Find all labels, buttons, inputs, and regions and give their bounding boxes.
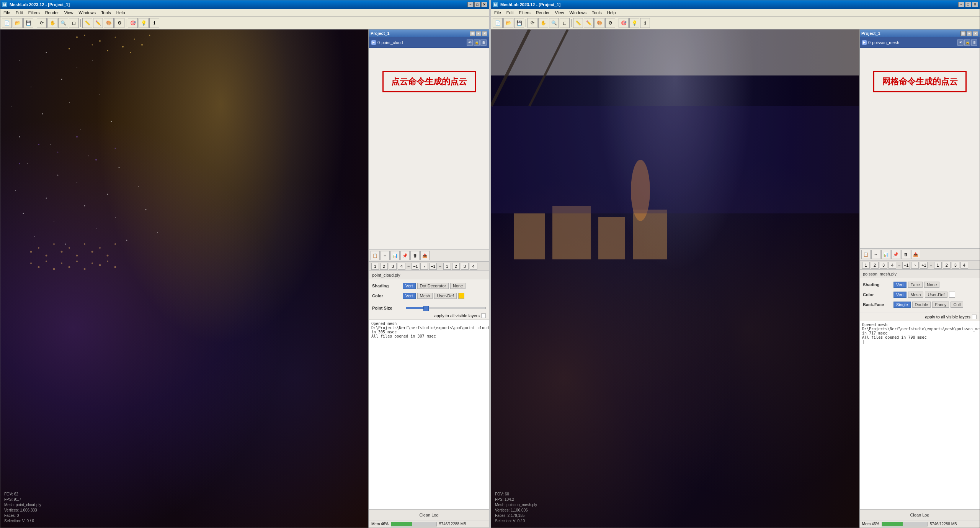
- color-vert-left[interactable]: Vert: [403, 293, 416, 299]
- menu-view-right[interactable]: View: [553, 10, 567, 16]
- menu-tools-right[interactable]: Tools: [590, 10, 604, 16]
- layer-del-btn-right[interactable]: 🗑: [971, 39, 977, 46]
- tool-settings-left[interactable]: ⚙: [114, 18, 124, 28]
- layer-eye-btn-left[interactable]: 👁: [467, 39, 473, 46]
- tool-edit-right[interactable]: ✏️: [584, 18, 594, 28]
- tool-pan-right[interactable]: ✋: [538, 18, 548, 28]
- tool-save-left[interactable]: 💾: [23, 18, 33, 28]
- tool-open-right[interactable]: 📂: [503, 18, 513, 28]
- color-swatch-right[interactable]: [949, 292, 955, 298]
- num-btn-plus1-left[interactable]: +1: [429, 263, 437, 270]
- menu-help-right[interactable]: Help: [605, 10, 618, 16]
- color-mesh-left[interactable]: Mesh: [417, 293, 433, 299]
- layer-tool-chart-left[interactable]: 📊: [390, 251, 400, 260]
- layer-item-left[interactable]: ▶ 0 point_cloud 👁 🔒 🗑: [369, 37, 489, 48]
- num-btn-1-right[interactable]: 1: [862, 262, 870, 269]
- tool-measure-right[interactable]: 📏: [573, 18, 583, 28]
- tool-select-left[interactable]: ◻: [69, 18, 79, 28]
- shading-face-right[interactable]: Face: [908, 282, 923, 288]
- point-size-slider-left[interactable]: [406, 307, 486, 309]
- num-btn-3-left[interactable]: 3: [389, 263, 397, 270]
- layer-lock-btn-left[interactable]: 🔒: [474, 39, 480, 46]
- tool-snap-right[interactable]: 🎯: [619, 18, 629, 28]
- shading-none-left[interactable]: None: [450, 283, 466, 289]
- minimize-btn-right[interactable]: −: [958, 2, 964, 7]
- menu-render-right[interactable]: Render: [534, 10, 552, 16]
- color-userdef-left[interactable]: User-Def: [434, 293, 456, 299]
- layer-tool-chart-right[interactable]: 📊: [881, 250, 890, 259]
- menu-windows-left[interactable]: Windows: [76, 10, 98, 16]
- tool-settings-right[interactable]: ⚙: [605, 18, 615, 28]
- layer-tool-export-right[interactable]: 📤: [911, 250, 920, 259]
- color-vert-right[interactable]: Vert: [893, 292, 906, 298]
- menu-help-left[interactable]: Help: [114, 10, 127, 16]
- restore-btn-right[interactable]: □: [965, 2, 971, 7]
- layer-tool-pin-right[interactable]: 📌: [891, 250, 900, 259]
- restore-btn-left[interactable]: □: [474, 2, 480, 7]
- menu-tools-left[interactable]: Tools: [99, 10, 113, 16]
- tool-select-right[interactable]: ◻: [560, 18, 570, 28]
- num-btn-a2-left[interactable]: 2: [452, 263, 460, 270]
- shading-dot-left[interactable]: Dot Decorator: [417, 283, 449, 289]
- tool-edit-left[interactable]: ✏️: [93, 18, 103, 28]
- num-btn-a3-left[interactable]: 3: [461, 263, 469, 270]
- num-btn-2-left[interactable]: 2: [380, 263, 388, 270]
- num-btn-2-right[interactable]: 2: [871, 262, 879, 269]
- apply-checkbox-left[interactable]: [481, 313, 486, 318]
- layer-item-right[interactable]: ▶ 0 poisson_mesh 👁 🔒 🗑: [860, 37, 980, 48]
- num-btn-a2-right[interactable]: 2: [943, 262, 951, 269]
- layer-del-btn-left[interactable]: 🗑: [480, 39, 487, 46]
- menu-edit-left[interactable]: Edit: [13, 10, 25, 16]
- shading-vert-right[interactable]: Vert: [893, 282, 906, 288]
- menu-edit-right[interactable]: Edit: [504, 10, 516, 16]
- num-btn-minus1-right[interactable]: −1: [902, 262, 910, 269]
- tool-save-right[interactable]: 💾: [514, 18, 524, 28]
- menu-view-left[interactable]: View: [62, 10, 76, 16]
- clean-log-btn-right[interactable]: Clean Log: [860, 509, 980, 520]
- panel-minimize-btn-left[interactable]: −: [476, 31, 481, 36]
- tool-snap-left[interactable]: 🎯: [128, 18, 138, 28]
- tool-pan-left[interactable]: ✋: [47, 18, 57, 28]
- color-swatch-left[interactable]: [458, 293, 464, 299]
- tool-zoom-right[interactable]: 🔍: [549, 18, 559, 28]
- num-btn-a1-left[interactable]: 1: [443, 263, 451, 270]
- menu-render-left[interactable]: Render: [43, 10, 61, 16]
- tool-color-left[interactable]: 🎨: [104, 18, 114, 28]
- tool-color-right[interactable]: 🎨: [595, 18, 604, 28]
- clean-log-btn-left[interactable]: Clean Log: [369, 509, 489, 520]
- num-btn-a1-right[interactable]: 1: [934, 262, 942, 269]
- tool-new-left[interactable]: 📄: [2, 18, 12, 28]
- layer-tool-trash-left[interactable]: 🗑: [410, 251, 420, 260]
- menu-windows-right[interactable]: Windows: [567, 10, 589, 16]
- layer-tool-copy-right[interactable]: 📋: [861, 250, 871, 259]
- color-mesh-right[interactable]: Mesh: [908, 292, 924, 298]
- menu-filters-left[interactable]: Filters: [26, 10, 42, 16]
- panel-close-btn-right[interactable]: ✕: [973, 31, 978, 36]
- tool-info-right[interactable]: ℹ: [640, 18, 650, 28]
- menu-file-left[interactable]: File: [1, 10, 13, 16]
- num-btn-plus1-right[interactable]: +1: [920, 262, 928, 269]
- viewport-left[interactable]: FOV: 62 FPS: 91.7 Mesh: point_cloud.ply …: [0, 30, 368, 528]
- tool-light-right[interactable]: 💡: [629, 18, 639, 28]
- shading-none-right[interactable]: None: [924, 282, 939, 288]
- num-btn-4-right[interactable]: 4: [889, 262, 896, 269]
- layer-tool-pin-left[interactable]: 📌: [400, 251, 410, 260]
- tool-open-left[interactable]: 📂: [13, 18, 23, 28]
- num-btn-forward-right[interactable]: ›: [911, 262, 919, 269]
- tool-info-left[interactable]: ℹ: [149, 18, 159, 28]
- layer-tool-trash-right[interactable]: 🗑: [901, 250, 910, 259]
- tool-zoom-left[interactable]: 🔍: [58, 18, 68, 28]
- panel-float-btn-right[interactable]: ⊡: [960, 31, 966, 36]
- tool-rotate-right[interactable]: ⟳: [528, 18, 537, 28]
- panel-float-btn-left[interactable]: ⊡: [470, 31, 475, 36]
- menu-filters-right[interactable]: Filters: [517, 10, 533, 16]
- tool-rotate-left[interactable]: ⟳: [37, 18, 47, 28]
- close-btn-right[interactable]: ✕: [972, 2, 978, 7]
- num-btn-a4-right[interactable]: 4: [960, 262, 968, 269]
- num-btn-3-right[interactable]: 3: [880, 262, 887, 269]
- layer-lock-btn-right[interactable]: 🔒: [964, 39, 970, 46]
- panel-minimize-btn-right[interactable]: −: [967, 31, 972, 36]
- num-btn-a4-left[interactable]: 4: [470, 263, 477, 270]
- backface-double-right[interactable]: Double: [912, 302, 931, 308]
- tool-measure-left[interactable]: 📏: [82, 18, 92, 28]
